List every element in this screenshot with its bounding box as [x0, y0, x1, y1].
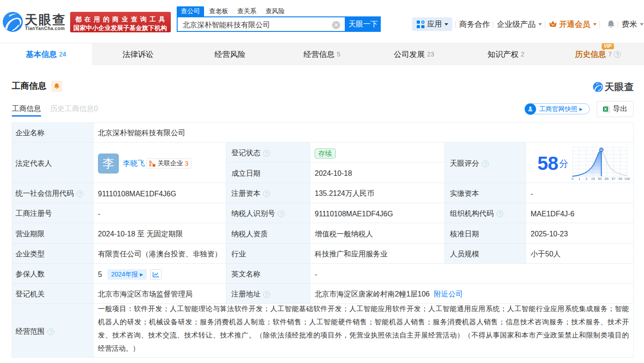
svg-text:85: 85 — [605, 177, 608, 181]
svg-text:50: 50 — [598, 177, 602, 181]
svg-text:1: 1 — [578, 177, 580, 181]
svg-text:100: 100 — [624, 177, 630, 181]
svg-text:99: 99 — [618, 177, 622, 181]
svg-text:3: 3 — [585, 177, 587, 181]
svg-text:97: 97 — [612, 177, 615, 181]
svg-text:0: 0 — [572, 177, 573, 181]
svg-text:15: 15 — [591, 177, 595, 181]
